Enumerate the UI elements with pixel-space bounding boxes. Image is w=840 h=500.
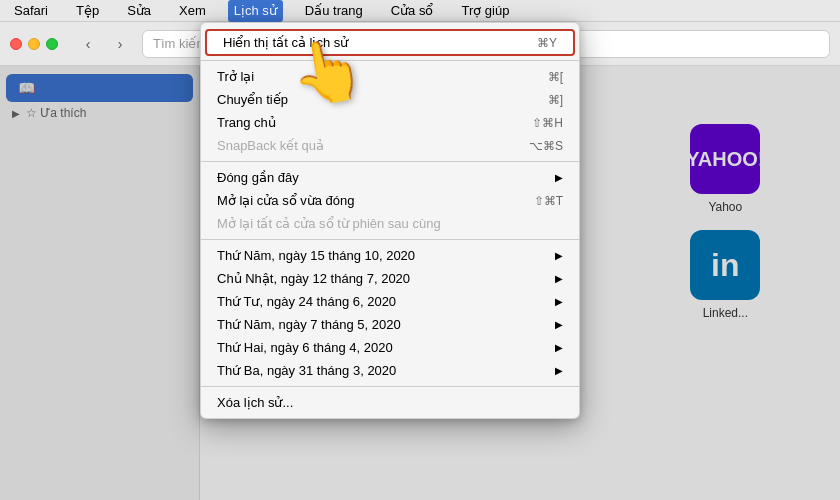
menu-trogiup[interactable]: Trợ giúp [455,0,515,22]
linkedin-label: Linked... [703,306,748,320]
thu5-7-label: Thứ Năm, ngày 7 tháng 5, 2020 [217,317,401,332]
back-button[interactable]: ‹ [74,30,102,58]
close-button[interactable] [10,38,22,50]
linkedin-icon: in [690,230,760,300]
separator-3 [201,239,579,240]
thu5-7-item[interactable]: Thứ Năm, ngày 7 tháng 5, 2020 ▶ [201,313,579,336]
yahoo-icon: YAHOO! [690,124,760,194]
show-all-history-label: Hiển thị tất cả lịch sử [223,35,348,50]
go-back-label: Trở lại [217,69,254,84]
thu3-31-item[interactable]: Thứ Ba, ngày 31 tháng 3, 2020 ▶ [201,359,579,382]
go-forward-shortcut: ⌘] [548,93,563,107]
menu-cuaso[interactable]: Cửa sổ [385,0,440,22]
sidebar: 📖 ▶ ☆ Ưa thích [0,66,200,500]
close-recent-label: Đóng gần đây [217,170,299,185]
sidebar-favorites-label: ☆ Ưa thích [26,106,86,120]
book-icon: 📖 [18,80,35,96]
thu4-24-arrow-icon: ▶ [555,296,563,307]
thu5-15-item[interactable]: Thứ Năm, ngày 15 tháng 10, 2020 ▶ [201,244,579,267]
thu5-15-arrow-icon: ▶ [555,250,563,261]
highlighted-item-wrapper: Hiển thị tất cả lịch sử ⌘Y [205,29,575,56]
show-all-history-shortcut: ⌘Y [537,36,557,50]
fav-yahoo[interactable]: YAHOO! Yahoo [631,124,820,214]
home-item[interactable]: Trang chủ ⇧⌘H [201,111,579,134]
thu2-6-item[interactable]: Thứ Hai, ngày 6 tháng 4, 2020 ▶ [201,336,579,359]
clear-history-label: Xóa lịch sử... [217,395,293,410]
sidebar-favorites[interactable]: ▶ ☆ Ưa thích [0,102,199,124]
go-forward-label: Chuyển tiếp [217,92,288,107]
cn-12-arrow-icon: ▶ [555,273,563,284]
thu5-15-label: Thứ Năm, ngày 15 tháng 10, 2020 [217,248,415,263]
snapback-label: SnapBack kết quả [217,138,324,153]
maximize-button[interactable] [46,38,58,50]
home-shortcut: ⇧⌘H [532,116,563,130]
show-all-history-item[interactable]: Hiển thị tất cả lịch sử ⌘Y [207,31,573,54]
menu-bar: Safari Tệp Sửa Xem Lịch sử Dấu trang Cửa… [0,0,840,22]
reopen-all-label: Mở lại tất cả cửa sổ từ phiên sau cùng [217,216,441,231]
separator-4 [201,386,579,387]
reopen-all-item: Mở lại tất cả cửa sổ từ phiên sau cùng [201,212,579,235]
menu-sua[interactable]: Sửa [121,0,157,22]
yahoo-label: Yahoo [708,200,742,214]
reopen-window-label: Mở lại cửa sổ vừa đóng [217,193,355,208]
thu3-31-label: Thứ Ba, ngày 31 tháng 3, 2020 [217,363,396,378]
nav-buttons: ‹ › [74,30,134,58]
thu5-7-arrow-icon: ▶ [555,319,563,330]
submenu-arrow-icon: ▶ [555,172,563,183]
forward-button[interactable]: › [106,30,134,58]
menu-safari[interactable]: Safari [8,0,54,22]
close-recent-item[interactable]: Đóng gần đây ▶ [201,166,579,189]
home-label: Trang chủ [217,115,276,130]
sidebar-reading-list[interactable]: 📖 [6,74,193,102]
cn-12-item[interactable]: Chủ Nhật, ngày 12 tháng 7, 2020 ▶ [201,267,579,290]
thu2-6-arrow-icon: ▶ [555,342,563,353]
go-forward-item[interactable]: Chuyển tiếp ⌘] [201,88,579,111]
chevron-right-icon: ▶ [12,108,20,119]
thu4-24-item[interactable]: Thứ Tư, ngày 24 tháng 6, 2020 ▶ [201,290,579,313]
fav-linkedin[interactable]: in Linked... [631,230,820,320]
reopen-window-shortcut: ⇧⌘T [534,194,563,208]
minimize-button[interactable] [28,38,40,50]
separator-1 [201,60,579,61]
thu2-6-label: Thứ Hai, ngày 6 tháng 4, 2020 [217,340,393,355]
go-back-item[interactable]: Trở lại ⌘[ [201,65,579,88]
thu4-24-label: Thứ Tư, ngày 24 tháng 6, 2020 [217,294,396,309]
menu-xem[interactable]: Xem [173,0,212,22]
go-back-shortcut: ⌘[ [548,70,563,84]
clear-history-item[interactable]: Xóa lịch sử... [201,391,579,414]
traffic-lights [10,38,58,50]
history-dropdown: Hiển thị tất cả lịch sử ⌘Y Trở lại ⌘[ Ch… [200,22,580,419]
thu3-31-arrow-icon: ▶ [555,365,563,376]
menu-lichsu[interactable]: Lịch sử [228,0,283,22]
menu-dautrang[interactable]: Dấu trang [299,0,369,22]
cn-12-label: Chủ Nhật, ngày 12 tháng 7, 2020 [217,271,410,286]
snapback-shortcut: ⌥⌘S [529,139,563,153]
menu-tep[interactable]: Tệp [70,0,105,22]
reopen-window-item[interactable]: Mở lại cửa sổ vừa đóng ⇧⌘T [201,189,579,212]
snapback-item: SnapBack kết quả ⌥⌘S [201,134,579,157]
separator-2 [201,161,579,162]
